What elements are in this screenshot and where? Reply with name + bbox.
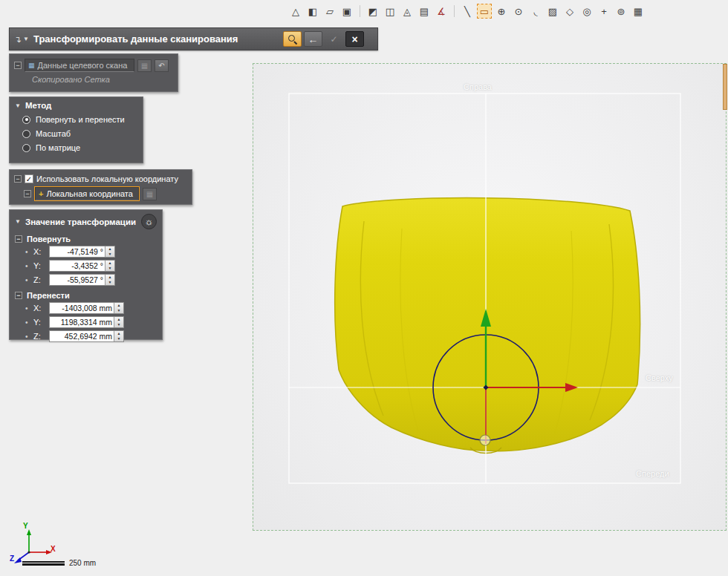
probe-tool-icon[interactable]: + <box>597 4 611 19</box>
axis-y-label: Y: <box>33 318 45 327</box>
rect-select-icon[interactable]: ▭ <box>477 4 492 19</box>
expander-icon[interactable]: − <box>14 62 22 69</box>
bullet-icon: • <box>25 318 30 327</box>
translate-x-spinner[interactable]: ▲▼ <box>114 303 123 313</box>
viewport-side-strip[interactable] <box>723 64 727 110</box>
close-button[interactable]: × <box>345 31 364 47</box>
polygon-select-icon[interactable]: ◇ <box>562 4 577 19</box>
triad-z-label: Z <box>10 554 14 563</box>
viewport-3d[interactable]: Справа Сверху Спереди <box>253 63 727 531</box>
rotate-x-spinner[interactable]: ▲▼ <box>105 246 114 257</box>
lasso-select-icon[interactable]: ◟ <box>528 4 543 19</box>
scale-bar <box>22 561 65 566</box>
collapse-triangle-icon[interactable]: ▼ <box>15 218 21 225</box>
main-toolbar: △ ◧ ▱ ▣ ◩ ◫ ◬ ▤ ∡ ╲ ▭ ⊕ ⊙ ◟ ▨ ◇ ◎ + ⊚ ▦ <box>288 2 646 20</box>
pick-tool-icon[interactable]: ◎ <box>579 4 594 19</box>
ref-plane-icon[interactable]: ◫ <box>383 4 397 19</box>
method-option-rotate-translate[interactable]: Повернуть и перенести <box>22 115 137 124</box>
paint-select-icon[interactable]: ▨ <box>545 4 560 19</box>
measure-tool-icon[interactable]: ∡ <box>434 4 449 19</box>
coordinate-icon: + <box>39 189 43 198</box>
expander-icon[interactable]: − <box>15 235 22 243</box>
translate-z-row: • Z: ▲▼ <box>25 330 157 342</box>
rotate-x-input[interactable] <box>50 246 105 257</box>
mesh-tool-icon[interactable]: △ <box>288 4 303 19</box>
translate-x-input[interactable] <box>50 303 114 313</box>
radio-icon[interactable] <box>22 130 30 138</box>
method-title: Метод <box>25 101 51 110</box>
collapse-triangle-icon[interactable]: ▼ <box>15 102 21 109</box>
grid-tool-icon[interactable]: ▦ <box>631 4 646 19</box>
axis-x-label: X: <box>33 247 45 256</box>
translate-y-spinner[interactable]: ▲▼ <box>114 317 123 327</box>
expander-icon[interactable]: − <box>14 175 22 183</box>
use-local-coordinate-label: Использовать локальную координату <box>36 174 178 183</box>
ref-vector-icon[interactable]: ◬ <box>400 4 415 19</box>
rotate-z-spinner[interactable]: ▲▼ <box>105 275 114 285</box>
dialog-buttons: ← ✓ × <box>281 31 364 47</box>
triad-origin <box>27 551 30 553</box>
select-entities-button[interactable]: ▦ <box>137 59 152 72</box>
line-select-icon[interactable]: ╲ <box>460 4 475 19</box>
translate-z-spinner[interactable]: ▲▼ <box>114 331 123 341</box>
dialog-header: ↴ ▼ Трансформировать данные сканирования… <box>9 27 378 50</box>
local-coordinate-field[interactable]: + Локальная координата <box>35 187 139 200</box>
dialog-collapse-icon[interactable]: ▼ <box>23 36 29 42</box>
transform-values-title: Значение трансформации <box>25 217 136 226</box>
view-label-front: Спереди <box>636 469 669 478</box>
viewport-canvas[interactable] <box>253 64 727 531</box>
accuracy-analyzer-icon[interactable]: ☼ <box>141 214 157 229</box>
method-option-label: По матрице <box>36 143 80 152</box>
surface-tool-icon[interactable]: ▱ <box>322 4 337 19</box>
translate-y-row: • Y: ▲▼ <box>25 316 157 328</box>
undo-selection-button[interactable]: ↶ <box>155 59 169 72</box>
translate-group-title: Перенести <box>27 291 70 300</box>
translate-y-input[interactable] <box>50 317 114 327</box>
method-option-matrix[interactable]: По матрице <box>22 143 137 152</box>
bullet-icon: • <box>25 262 30 270</box>
method-option-scale[interactable]: Масштаб <box>22 129 137 138</box>
view-label-right: Справа <box>464 82 492 91</box>
expander-icon[interactable]: − <box>24 190 31 197</box>
translate-z-input[interactable] <box>50 331 114 341</box>
local-coordinate-panel: − ✓ Использовать локальную координату − … <box>9 169 192 205</box>
bullet-icon: • <box>25 276 30 284</box>
dialog-dock-icon[interactable]: ↴ <box>14 34 22 45</box>
ok-button[interactable]: ✓ <box>325 31 343 47</box>
back-button[interactable]: ← <box>304 31 322 47</box>
target-scan-label: Данные целевого скана <box>38 61 128 70</box>
toolbar-separator <box>360 5 360 17</box>
sketch-tool-icon[interactable]: ▣ <box>339 4 354 19</box>
zoom-tool-icon[interactable]: ⊚ <box>614 4 628 19</box>
axis-x-label: X: <box>33 304 45 312</box>
region-tool-icon[interactable]: ◩ <box>365 4 380 19</box>
local-coordinate-label: Локальная координата <box>46 189 132 198</box>
solid-tool-icon[interactable]: ◧ <box>305 4 320 19</box>
bullet-icon: • <box>25 333 30 341</box>
radio-icon[interactable] <box>22 116 30 124</box>
snap-circle-handle[interactable] <box>480 435 490 445</box>
select-coordinate-button[interactable]: ▦ <box>143 188 157 200</box>
rotate-y-spinner[interactable]: ▲▼ <box>105 261 114 271</box>
rotate-z-input[interactable] <box>50 275 105 285</box>
triad-x-label: X <box>51 545 56 553</box>
magnifier-icon <box>287 34 297 44</box>
circle-select-icon[interactable]: ⊕ <box>494 4 509 19</box>
preview-button[interactable] <box>283 31 302 47</box>
method-panel: ▼ Метод Повернуть и перенести Масштаб По… <box>9 96 143 163</box>
axis-y-label: Y: <box>33 261 45 270</box>
rotate-y-input[interactable] <box>50 261 105 271</box>
method-option-label: Повернуть и перенести <box>36 115 125 124</box>
radio-icon[interactable] <box>22 144 30 152</box>
ellipse-select-icon[interactable]: ⊙ <box>511 4 526 19</box>
rotate-z-row: • Z: ▲▼ <box>25 274 157 286</box>
scale-bar-label: 250 mm <box>69 559 96 567</box>
use-local-coordinate-checkbox[interactable]: ✓ <box>25 174 33 183</box>
target-scan-field[interactable]: ▦ Данные целевого скана <box>25 59 134 72</box>
axis-z-label: Z: <box>33 332 45 341</box>
rotate-x-row: • X: ▲▼ <box>25 246 157 258</box>
expander-icon[interactable]: − <box>15 292 22 299</box>
dialog-title: Трансформировать данные сканирования <box>33 33 238 45</box>
toolbar-separator <box>454 5 455 17</box>
notes-tool-icon[interactable]: ▤ <box>417 4 432 19</box>
